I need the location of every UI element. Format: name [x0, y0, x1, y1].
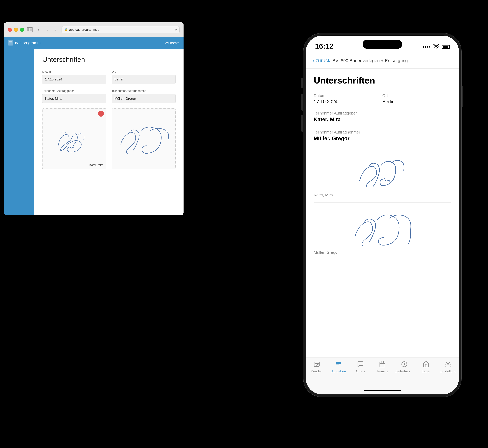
tab-termine[interactable]: Termine [372, 360, 393, 373]
minimize-button[interactable] [14, 28, 18, 32]
tab-kunden[interactable]: Kunden [306, 360, 328, 373]
auftraggeber-input[interactable]: Kater, Mira [42, 94, 106, 103]
svg-rect-2 [9, 44, 12, 44]
datum-value-ph: 17.10.2024 [314, 99, 382, 104]
svg-rect-1 [9, 43, 12, 43]
address-bar[interactable]: 🔒 app.das-programm.io ↻ [62, 26, 180, 33]
battery-icon [442, 45, 450, 49]
chats-icon [356, 360, 364, 368]
kunden-icon [313, 360, 321, 368]
auftragnehmer-row-ph: Teilnehmer Auftragnehmer Müller, Gregor [314, 126, 451, 145]
app-logo: das programm [8, 40, 41, 46]
datum-label: Datum [42, 70, 106, 73]
svg-rect-0 [9, 41, 12, 42]
svg-rect-12 [380, 362, 385, 367]
refresh-icon[interactable]: ↻ [174, 28, 177, 32]
auftraggeber-label: Teilnehmer Auftraggeber [42, 89, 106, 93]
volume-down-button [301, 115, 303, 132]
nav-subtitle: BV: 890 Bodenverlegen + Entsorgung [332, 58, 408, 63]
signature-1-image [47, 115, 101, 163]
aufgaben-icon [335, 360, 343, 368]
sig-2-author: Müller, Gregor [314, 250, 451, 255]
browser-body: Unterschriften Datum 17.10.2024 Ort Berl… [4, 49, 183, 215]
signature-2-image [116, 115, 171, 163]
sidebar-stripe [4, 49, 34, 215]
ort-input[interactable]: Berlin [112, 75, 176, 84]
signal-icon [423, 46, 430, 48]
phone-home-indicator [306, 386, 459, 394]
zeiterfass-icon [400, 360, 408, 368]
signature-box-2[interactable] [112, 108, 176, 169]
phone-page-title: Unterschriften [314, 75, 451, 86]
tab-termine-label: Termine [376, 369, 389, 373]
welcome-text: Willkomm [165, 41, 180, 45]
tab-chats[interactable]: Chats [349, 360, 372, 373]
phone-signature-2-image [314, 208, 451, 248]
ort-label-ph: Ort [382, 93, 451, 98]
form-row-1: Datum 17.10.2024 Ort Berlin [42, 70, 176, 84]
logo-icon [8, 40, 13, 46]
lock-icon: 🔒 [64, 28, 68, 32]
sig-1-author: Kater, Mira [314, 193, 451, 197]
datum-label-ph: Datum [314, 93, 382, 98]
datum-input[interactable]: 17.10.2024 [42, 75, 106, 84]
close-button[interactable] [8, 28, 12, 32]
delete-signature-1-button[interactable]: ✕ [98, 111, 104, 117]
signature-1-name: Kater, Mira [89, 163, 103, 167]
signature-section-2: Müller, Gregor [314, 203, 451, 260]
back-chevron-icon: ‹ [312, 57, 314, 64]
chevron-down-icon[interactable]: ▾ [35, 27, 41, 33]
phone-screen: 16:12 [306, 36, 459, 394]
lager-icon [422, 360, 430, 368]
dynamic-island [363, 40, 402, 49]
tab-lager[interactable]: Lager [415, 360, 437, 373]
info-grid: Datum 17.10.2024 Ort Berlin [314, 91, 451, 107]
back-nav-icon[interactable]: ‹ [44, 27, 50, 33]
ort-value-ph: Berlin [382, 99, 451, 104]
signature-section-1: Kater, Mira [314, 145, 451, 203]
auftragnehmer-value-ph: Müller, Gregor [314, 136, 451, 141]
auftraggeber-row-ph: Teilnehmer Auftraggeber Kater, Mira [314, 107, 451, 126]
ort-cell: Ort Berlin [382, 91, 451, 107]
auftraggeber-group: Teilnehmer Auftraggeber Kater, Mira [42, 89, 106, 103]
traffic-lights [8, 28, 24, 32]
phone-frame: 16:12 [303, 33, 462, 397]
app-header: das programm Willkomm [4, 37, 183, 49]
phone-signature-1-image [314, 151, 451, 190]
tab-einstellung-label: Einstellung [440, 369, 456, 373]
status-icons [423, 44, 450, 50]
datum-group: Datum 17.10.2024 [42, 70, 106, 84]
phone-status-bar: 16:12 [306, 36, 459, 53]
wifi-icon [433, 44, 439, 50]
ort-group: Ort Berlin [112, 70, 176, 84]
termine-icon [378, 360, 386, 368]
auftragnehmer-input[interactable]: Müller, Gregor [112, 94, 176, 103]
phone-nav-bar: ‹ zurück BV: 890 Bodenverlegen + Entsorg… [306, 53, 459, 69]
signature-box-1[interactable]: ✕ Kater, Mira [42, 108, 106, 169]
signatures-row: ✕ Kater, Mira [42, 108, 176, 169]
auftragnehmer-label: Teilnehmer Auftragnehmer [112, 89, 176, 93]
datum-cell: Datum 17.10.2024 [314, 91, 382, 107]
form-row-2: Teilnehmer Auftraggeber Kater, Mira Teil… [42, 89, 176, 103]
tab-zeiterfass[interactable]: Zeiterfass... [393, 360, 415, 373]
back-button[interactable]: ‹ zurück [312, 57, 330, 64]
auftraggeber-value-ph: Kater, Mira [314, 117, 451, 122]
auftraggeber-label-ph: Teilnehmer Auftraggeber [314, 111, 451, 115]
maximize-button[interactable] [20, 28, 24, 32]
volume-up-button [301, 94, 303, 111]
einstellung-icon [444, 360, 452, 368]
auftragnehmer-label-ph: Teilnehmer Auftragnehmer [314, 130, 451, 135]
forward-nav-icon[interactable]: › [53, 27, 59, 33]
tab-aufgaben-label: Aufgaben [331, 369, 346, 373]
auftragnehmer-group: Teilnehmer Auftragnehmer Müller, Gregor [112, 89, 176, 103]
phone-tab-bar: Kunden Aufgaben [306, 358, 459, 386]
tab-kunden-label: Kunden [311, 369, 323, 373]
tab-einstellung[interactable]: Einstellung [437, 360, 459, 373]
tab-aufgaben[interactable]: Aufgaben [328, 360, 350, 373]
svg-point-3 [436, 48, 437, 48]
tab-zeiterfass-label: Zeiterfass... [395, 369, 413, 373]
sidebar-toggle-icon[interactable] [27, 27, 33, 33]
browser-titlebar: ▾ ‹ › 🔒 app.das-programm.io ↻ [4, 23, 183, 37]
main-content: Unterschriften Datum 17.10.2024 Ort Berl… [34, 49, 183, 215]
app-name: das programm [15, 41, 41, 45]
